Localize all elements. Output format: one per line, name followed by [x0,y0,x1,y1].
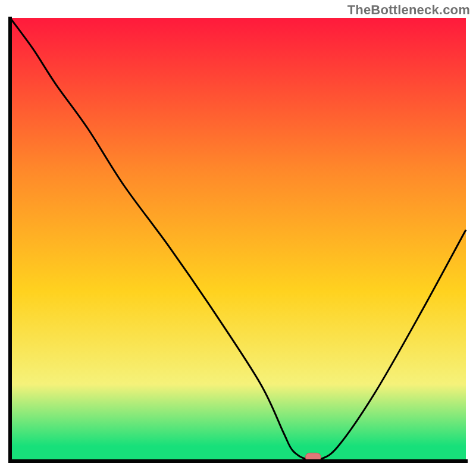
plot-background [10,18,466,459]
chart-stage: TheBottleneck.com [0,0,476,476]
watermark-text: TheBottleneck.com [347,2,470,18]
bottleneck-chart [0,0,476,476]
